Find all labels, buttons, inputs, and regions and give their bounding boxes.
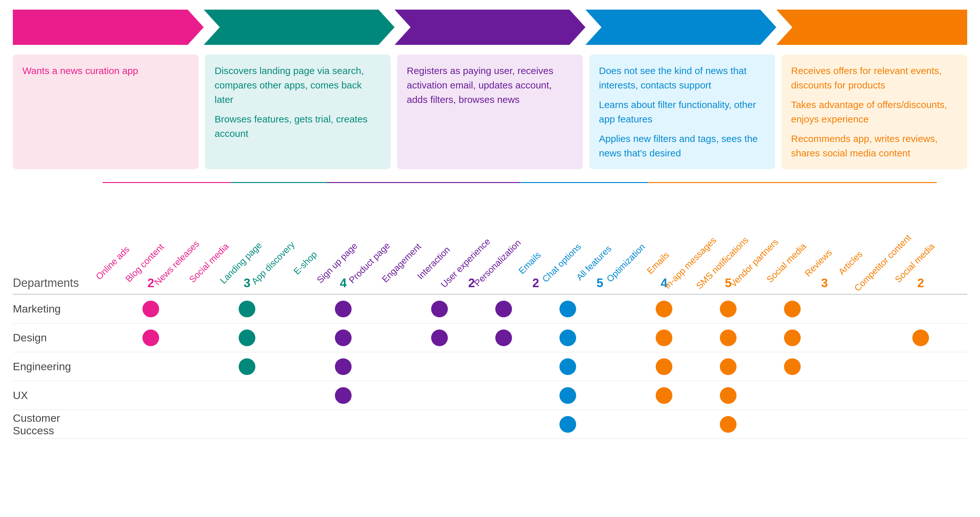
dept-cells	[103, 416, 967, 433]
col-group-awareness: Online adsBlog contentNews releasesSocia…	[103, 182, 231, 269]
dept-cell	[199, 330, 231, 346]
dept-cell	[616, 387, 648, 404]
story-box-loyalty: Receives offers for relevant events, dis…	[781, 54, 967, 169]
dept-cell	[680, 416, 712, 433]
col-header: Blog content	[135, 186, 167, 269]
dot	[720, 330, 737, 346]
dept-cell	[680, 330, 712, 346]
dept-cell	[231, 416, 263, 433]
dept-cell	[808, 387, 840, 404]
dot	[142, 330, 159, 346]
dept-cell	[712, 301, 744, 317]
dept-cell	[520, 301, 552, 317]
dept-cell	[263, 301, 295, 317]
dept-cell	[808, 358, 840, 375]
dept-cell	[712, 387, 744, 404]
dot	[720, 387, 737, 404]
dept-name: Design	[13, 331, 103, 344]
dept-cell	[808, 416, 840, 433]
col-header: User experience	[455, 186, 488, 269]
dept-cell	[295, 358, 327, 375]
dept-cell	[423, 387, 455, 404]
dept-name: Marketing	[13, 303, 103, 315]
dept-cell	[712, 358, 744, 375]
dept-cells	[103, 387, 967, 404]
dot	[656, 301, 672, 317]
col-header: Social media	[905, 186, 937, 269]
dept-cell	[359, 358, 391, 375]
dept-cell	[744, 301, 776, 317]
dept-cell	[552, 358, 584, 375]
dept-cell	[167, 387, 199, 404]
story-box-consideration: Discovers landing page via search, compa…	[205, 54, 391, 169]
dot	[560, 416, 576, 433]
dot	[656, 387, 672, 404]
dot	[560, 330, 576, 346]
dept-cell	[744, 416, 776, 433]
dept-cell	[327, 387, 359, 404]
dept-cell	[199, 301, 231, 317]
dept-cell	[391, 330, 423, 346]
dept-cell	[712, 416, 744, 433]
col-header: Social media	[776, 186, 808, 269]
dept-cell	[263, 330, 295, 346]
col-group-acquisition2: User experiencePersonalization	[455, 182, 520, 269]
dept-cell	[648, 358, 680, 375]
dept-cell	[455, 358, 488, 375]
dept-cell	[808, 330, 840, 346]
dept-cell	[712, 330, 744, 346]
dept-cell	[840, 330, 873, 346]
dept-cell	[135, 330, 167, 346]
dept-cell	[840, 416, 873, 433]
dept-row: Customer Success	[13, 410, 967, 439]
dept-cell	[776, 416, 808, 433]
dot	[560, 387, 576, 404]
col-header: E-shop	[295, 186, 327, 269]
dept-cell	[359, 330, 391, 346]
dept-cell	[135, 416, 167, 433]
col-header: Competitor content	[873, 186, 905, 269]
dept-cell	[584, 387, 616, 404]
col-group-service: EmailsChat optionsAll featuresOptimizati…	[520, 182, 648, 269]
col-header: Online ads	[103, 186, 135, 269]
dept-cell	[873, 416, 905, 433]
dept-cells	[103, 301, 967, 317]
dot	[912, 330, 929, 346]
dept-cell	[391, 416, 423, 433]
dept-cell	[520, 416, 552, 433]
dept-cells	[103, 358, 967, 375]
dept-cell	[423, 358, 455, 375]
dept-cell	[488, 416, 520, 433]
col-header: App discovery	[263, 186, 295, 269]
dept-cell	[744, 387, 776, 404]
dept-cell	[873, 387, 905, 404]
dept-cell	[359, 416, 391, 433]
dept-cell	[327, 358, 359, 375]
dot	[142, 301, 159, 317]
col-header: Articles	[840, 186, 873, 269]
dept-cell	[808, 301, 840, 317]
dept-cell	[327, 301, 359, 317]
dept-cell	[584, 301, 616, 317]
dept-cell	[295, 387, 327, 404]
dept-cells	[103, 330, 967, 346]
dept-cell	[103, 416, 135, 433]
dept-cell	[776, 330, 808, 346]
dept-cell	[199, 416, 231, 433]
col-header: Sign up page	[327, 186, 359, 269]
story-row: Wants a news curation appDiscovers landi…	[13, 54, 967, 169]
dept-cell	[552, 387, 584, 404]
story-box-acquisition: Registers as paying user, receives activ…	[397, 54, 583, 169]
col-group-loyalty1: EmailsIn-app messagesSMS notifications	[648, 182, 744, 269]
dept-cell	[103, 358, 135, 375]
dot	[335, 387, 352, 404]
dept-cell	[423, 301, 455, 317]
dept-cell	[199, 358, 231, 375]
dept-cell	[584, 416, 616, 433]
dept-cell	[135, 358, 167, 375]
dot	[656, 358, 672, 375]
dept-cell	[135, 387, 167, 404]
dept-cell	[423, 416, 455, 433]
dept-cell	[488, 387, 520, 404]
dept-cell	[167, 330, 199, 346]
